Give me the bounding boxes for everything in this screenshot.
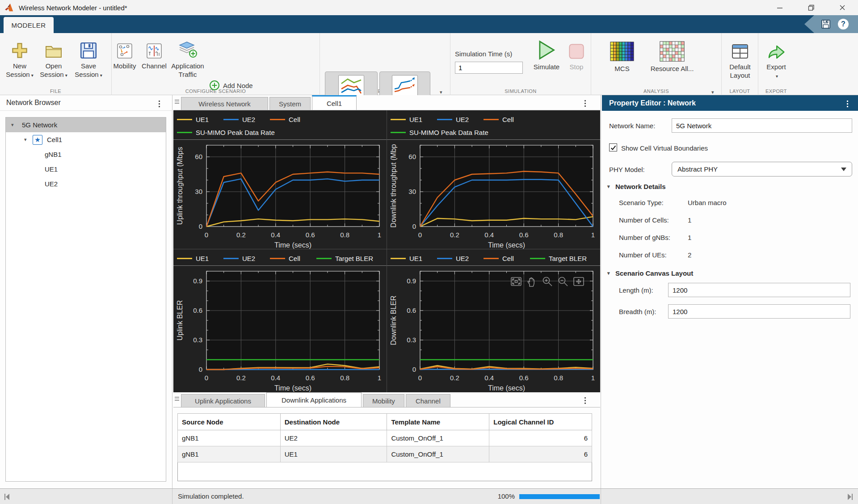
tab-channel[interactable]: Channel	[406, 394, 450, 407]
svg-text:60: 60	[408, 153, 416, 160]
plot-tabs-menu-icon[interactable]	[583, 98, 588, 109]
window-title: Wireless Network Modeler - untitled*	[19, 4, 127, 12]
chevron-down-icon: ▾	[65, 73, 67, 78]
section-network-details[interactable]: ▾ Network Details	[607, 183, 666, 190]
legend-line-sample	[177, 119, 192, 120]
close-icon[interactable]	[827, 0, 858, 15]
network-name-input[interactable]	[672, 118, 852, 133]
plot-axes-area[interactable]: 00.20.40.60.8103060Time (secs)Uplink thr…	[173, 140, 387, 249]
button-label: Open Session	[40, 62, 63, 78]
length-input[interactable]	[668, 283, 850, 297]
collapse-arrow-icon[interactable]: ▾	[11, 122, 17, 128]
fit-view-icon[interactable]	[572, 275, 585, 288]
table-cell[interactable]: 6	[489, 446, 592, 462]
zoom-in-icon[interactable]	[541, 275, 554, 288]
table-cell[interactable]: gNB1	[178, 430, 281, 446]
add-circle-icon	[209, 80, 220, 91]
table-cell[interactable]: UE2	[280, 430, 387, 446]
tab-system[interactable]: System	[269, 97, 311, 110]
table-cell[interactable]: UE1	[280, 446, 387, 462]
open-session-button[interactable]: Open Session▾	[38, 38, 70, 80]
check-icon	[610, 145, 616, 151]
num-ues-value: 2	[688, 251, 691, 259]
simulation-time-input[interactable]	[455, 62, 523, 74]
channel-button[interactable]: Channel	[140, 38, 168, 70]
minimize-icon[interactable]	[764, 0, 795, 15]
uplink-throughput-plot[interactable]: UE1UE2CellSU-MIMO Peak Data Rate 00.20.4…	[173, 110, 387, 249]
live-plots-grid: UE1UE2CellSU-MIMO Peak Data Rate 00.20.4…	[173, 110, 600, 392]
plot-axes-area[interactable]: 00.20.40.60.8103060Time (secs)Downlink t…	[387, 140, 600, 249]
breadth-input[interactable]	[668, 304, 850, 319]
network-browser-menu-icon[interactable]	[157, 99, 162, 109]
legend-label: UE1	[409, 114, 422, 125]
tab-label: Uplink Applications	[195, 397, 251, 405]
mcs-button[interactable]: MCS	[604, 41, 640, 73]
tab-cell1[interactable]: Cell1	[312, 95, 357, 110]
collapse-right-panel-icon[interactable]	[846, 493, 854, 500]
collapse-arrow-icon[interactable]: ▾	[24, 137, 30, 143]
tree-item-cell1[interactable]: ▾ ★ Cell1	[6, 132, 166, 147]
simulate-button[interactable]: Simulate	[529, 39, 564, 71]
tree-item-ue1[interactable]: UE1	[6, 162, 166, 176]
save-session-button[interactable]: Save Session▾	[72, 38, 105, 80]
plot-svg: 00.20.40.60.8100.30.60.9Time (secs)Uplin…	[173, 266, 387, 392]
table-cell[interactable]: 6	[489, 430, 592, 446]
button-label: Application Traffic	[171, 62, 204, 78]
mobility-button[interactable]: Mobility	[110, 38, 139, 70]
tree-item-5g-network[interactable]: ▾ 5G Network	[6, 118, 166, 132]
uplink-bler-plot[interactable]: UE1UE2CellTarget BLER 00.20.40.60.8100.3…	[173, 249, 387, 392]
add-node-button[interactable]: Add Node	[209, 80, 253, 91]
new-session-button[interactable]: New Session▾	[4, 38, 36, 80]
tab-wireless-network[interactable]: Wireless Network	[181, 97, 268, 110]
column-header[interactable]: Template Name	[387, 414, 489, 430]
save-icon[interactable]	[821, 19, 831, 29]
restore-icon[interactable]	[795, 0, 827, 15]
table-row[interactable]: gNB1UE2Custom_OnOff_16	[178, 430, 592, 446]
table-cell[interactable]: Custom_OnOff_1	[387, 430, 489, 446]
table-cell[interactable]: Custom_OnOff_1	[387, 446, 489, 462]
legend-label: Cell	[289, 253, 300, 264]
tree-item-gnb1[interactable]: gNB1	[6, 147, 166, 162]
drag-handle-icon[interactable]	[175, 397, 179, 401]
restore-view-icon[interactable]	[510, 275, 522, 288]
downlink-bler-plot[interactable]: UE1UE2CellTarget BLER 00.20.40.60.8100.3…	[387, 249, 600, 392]
collapse-left-panel-icon[interactable]	[4, 493, 11, 500]
chevron-down-icon: ▾	[776, 74, 778, 79]
tab-mobility[interactable]: Mobility	[363, 394, 404, 407]
tab-modeler[interactable]: MODELER	[4, 17, 54, 33]
legend-item: Cell	[484, 114, 514, 125]
tab-uplink-applications[interactable]: Uplink Applications	[181, 394, 265, 407]
svg-text:Uplink throughput (Mbps: Uplink throughput (Mbps	[176, 147, 184, 225]
legend-item: Target BLER	[316, 253, 373, 264]
section-scenario-canvas-layout[interactable]: ▾ Scenario Canvas Layout	[607, 269, 693, 277]
drag-handle-icon[interactable]	[175, 100, 179, 104]
legend-label: SU-MIMO Peak Data Rate	[196, 127, 275, 138]
column-header[interactable]: Logical Channel ID	[489, 414, 592, 430]
show-boundaries-checkbox[interactable]	[609, 143, 617, 151]
property-editor-menu-icon[interactable]	[845, 99, 850, 109]
table-cell[interactable]: gNB1	[178, 446, 281, 462]
help-icon[interactable]: ?	[838, 19, 849, 29]
analysis-gallery-dropdown-icon[interactable]: ▾	[711, 89, 714, 95]
bottom-tabs-menu-icon[interactable]	[583, 395, 588, 406]
column-header[interactable]: Source Node	[178, 414, 281, 430]
quick-access-toolbar: ?	[804, 15, 858, 33]
live-plots-gallery-dropdown-icon[interactable]: ▾	[440, 89, 442, 95]
zoom-out-icon[interactable]	[557, 275, 569, 288]
panel-splitter[interactable]	[601, 95, 601, 488]
tab-downlink-applications[interactable]: Downlink Applications	[266, 392, 362, 407]
application-traffic-button[interactable]: Application Traffic	[169, 38, 206, 79]
table-row[interactable]: gNB1UE1Custom_OnOff_16	[178, 446, 592, 462]
export-button[interactable]: Export▾	[761, 39, 791, 80]
pan-icon[interactable]	[526, 275, 538, 288]
downlink-throughput-plot[interactable]: UE1UE2CellSU-MIMO Peak Data Rate 00.20.4…	[387, 110, 600, 249]
show-boundaries-label[interactable]: Show Cell Virtual Boundaries	[621, 144, 708, 152]
network-browser-title: Network Browser	[6, 99, 61, 107]
column-header[interactable]: Destination Node	[280, 414, 387, 430]
phy-model-dropdown[interactable]: Abstract PHY	[672, 162, 852, 176]
panel-splitter[interactable]	[172, 95, 172, 488]
tree-item-ue2[interactable]: UE2	[6, 176, 166, 191]
default-layout-button[interactable]: Default Layout	[724, 39, 756, 80]
plot-axes-area[interactable]: 00.20.40.60.8100.30.60.9Time (secs)Uplin…	[173, 266, 387, 392]
resource-allocation-button[interactable]: Resource All...	[647, 41, 697, 73]
